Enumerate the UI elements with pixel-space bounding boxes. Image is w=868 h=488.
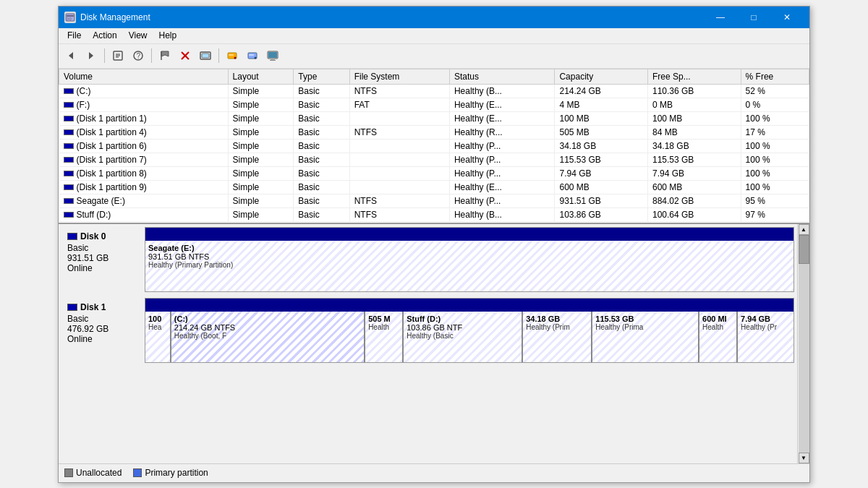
menu-bar: File Action View Help <box>59 28 809 44</box>
scrollbar[interactable]: ▲ ▼ <box>797 224 809 463</box>
partition[interactable]: (C:) 214.24 GB NTFS Healthy (Boot, F <box>171 312 365 362</box>
scroll-thumb[interactable] <box>799 235 809 264</box>
delete-button[interactable] <box>176 46 195 65</box>
col-volume[interactable]: Volume <box>59 69 229 84</box>
partition-size: 214.24 GB NTFS <box>174 323 361 332</box>
scroll-up-arrow[interactable]: ▲ <box>799 224 809 235</box>
menu-file[interactable]: File <box>61 29 87 42</box>
col-capacity[interactable]: Capacity <box>555 69 648 84</box>
col-fs[interactable]: File System <box>349 69 449 84</box>
drive-button-1[interactable] <box>223 46 242 65</box>
cell-fs <box>349 111 449 125</box>
table-row[interactable]: (F:) Simple Basic FAT Healthy (E... 4 MB… <box>59 98 809 111</box>
cell-fs <box>349 180 449 194</box>
disk-management-window: Disk Management — □ ✕ File Action View H… <box>58 6 810 483</box>
cell-pct: 97 % <box>741 207 809 221</box>
minimize-button[interactable]: — <box>704 7 737 28</box>
table-row[interactable]: (Disk 1 partition 7) Simple Basic Health… <box>59 153 809 166</box>
partition-name: 34.18 GB <box>526 314 588 323</box>
disk-properties-button[interactable] <box>196 46 215 65</box>
back-button[interactable] <box>61 46 80 65</box>
monitor-button[interactable] <box>263 46 282 65</box>
col-status[interactable]: Status <box>449 69 555 84</box>
forward-button[interactable] <box>82 46 101 65</box>
cell-layout: Simple <box>228 139 294 153</box>
disk-visual: Seagate (E:) 931.51 GB NTFS Healthy (Pri… <box>145 227 794 292</box>
table-row[interactable]: (Disk 1 partition 6) Simple Basic Health… <box>59 139 809 153</box>
table-row[interactable]: Stuff (D:) Simple Basic NTFS Healthy (B.… <box>59 207 809 221</box>
cell-status: Healthy (P... <box>449 139 555 153</box>
disk-row: Disk 1 Basic 476.92 GB Online 100 Hea (C… <box>61 298 794 363</box>
toolbar-sep-1 <box>104 48 105 63</box>
cell-volume: (Disk 1 partition 7) <box>59 153 229 166</box>
disk-partitions: Seagate (E:) 931.51 GB NTFS Healthy (Pri… <box>145 241 793 291</box>
disk-status: Online <box>67 334 139 344</box>
partition-status: Health <box>368 323 399 331</box>
cell-fs <box>349 166 449 180</box>
app-icon <box>64 12 76 23</box>
svg-rect-23 <box>249 54 254 56</box>
svg-point-3 <box>69 17 72 20</box>
partition-status: Hea <box>148 323 167 331</box>
cell-volume: (Disk 1 partition 4) <box>59 125 229 139</box>
table-area[interactable]: Volume Layout Type File System Status Ca… <box>59 69 809 224</box>
svg-rect-25 <box>268 52 277 58</box>
disk-status: Online <box>67 263 139 273</box>
partition[interactable]: Seagate (E:) 931.51 GB NTFS Healthy (Pri… <box>145 241 793 291</box>
col-pct[interactable]: % Free <box>741 69 809 84</box>
legend-primary-box <box>133 468 142 477</box>
table-row[interactable]: (Disk 1 partition 4) Simple Basic NTFS H… <box>59 125 809 139</box>
partition[interactable]: 34.18 GB Healthy (Prim <box>523 312 592 362</box>
disk-header-bar <box>145 228 793 241</box>
maximize-button[interactable]: □ <box>737 7 770 28</box>
cell-pct: 100 % <box>741 180 809 194</box>
menu-action[interactable]: Action <box>87 29 122 42</box>
svg-rect-1 <box>67 15 74 17</box>
col-layout[interactable]: Layout <box>228 69 294 84</box>
partition[interactable]: 600 MI Health <box>699 312 738 362</box>
cell-capacity: 600 MB <box>555 180 648 194</box>
disk-type: Basic <box>67 243 139 253</box>
cell-status: Healthy (P... <box>449 194 555 207</box>
scroll-track[interactable] <box>799 235 809 453</box>
help-button[interactable]: ? <box>129 46 148 65</box>
table-row[interactable]: (C:) Simple Basic NTFS Healthy (B... 214… <box>59 84 809 98</box>
cell-status: Healthy (R... <box>449 125 555 139</box>
legend-primary: Primary partition <box>133 468 208 478</box>
menu-help[interactable]: Help <box>153 29 183 42</box>
svg-rect-20 <box>229 54 234 56</box>
partition[interactable]: 100 Hea <box>145 312 171 362</box>
menu-view[interactable]: View <box>123 29 153 42</box>
partition[interactable]: 7.94 GB Healthy (Pr <box>738 312 793 362</box>
col-type[interactable]: Type <box>294 69 349 84</box>
cell-type: Basic <box>294 84 349 98</box>
cell-layout: Simple <box>228 153 294 166</box>
partition[interactable]: 115.53 GB Healthy (Prima <box>592 312 699 362</box>
bookmark-button[interactable] <box>156 46 174 65</box>
partition[interactable]: Stuff (D:) 103.86 GB NTF Healthy (Basic <box>404 312 523 362</box>
window-controls: — □ ✕ <box>704 7 804 28</box>
partition[interactable]: 505 M Health <box>365 312 404 362</box>
table-row[interactable]: (Disk 1 partition 8) Simple Basic Health… <box>59 166 809 180</box>
cell-volume: (Disk 1 partition 1) <box>59 111 229 125</box>
table-row[interactable]: (Disk 1 partition 9) Simple Basic Health… <box>59 180 809 194</box>
table-row[interactable]: Seagate (E:) Simple Basic NTFS Healthy (… <box>59 194 809 207</box>
cell-layout: Simple <box>228 125 294 139</box>
partition-status: Healthy (Prim <box>526 323 588 331</box>
partition-status: Healthy (Basic <box>407 332 519 340</box>
partition-status: Healthy (Boot, F <box>174 332 361 340</box>
cell-layout: Simple <box>228 98 294 111</box>
scroll-down-arrow[interactable]: ▼ <box>799 453 809 463</box>
window-title: Disk Management <box>80 12 704 22</box>
cell-pct: 0 % <box>741 98 809 111</box>
properties-button[interactable] <box>109 46 127 65</box>
cell-pct: 100 % <box>741 153 809 166</box>
cell-free: 100 MB <box>648 111 741 125</box>
col-free[interactable]: Free Sp... <box>648 69 741 84</box>
drive-button-2[interactable] <box>243 46 262 65</box>
cell-volume: (Disk 1 partition 6) <box>59 139 229 153</box>
table-row[interactable]: (Disk 1 partition 1) Simple Basic Health… <box>59 111 809 125</box>
cell-free: 0 MB <box>648 98 741 111</box>
cell-capacity: 34.18 GB <box>555 139 648 153</box>
close-button[interactable]: ✕ <box>770 7 804 28</box>
